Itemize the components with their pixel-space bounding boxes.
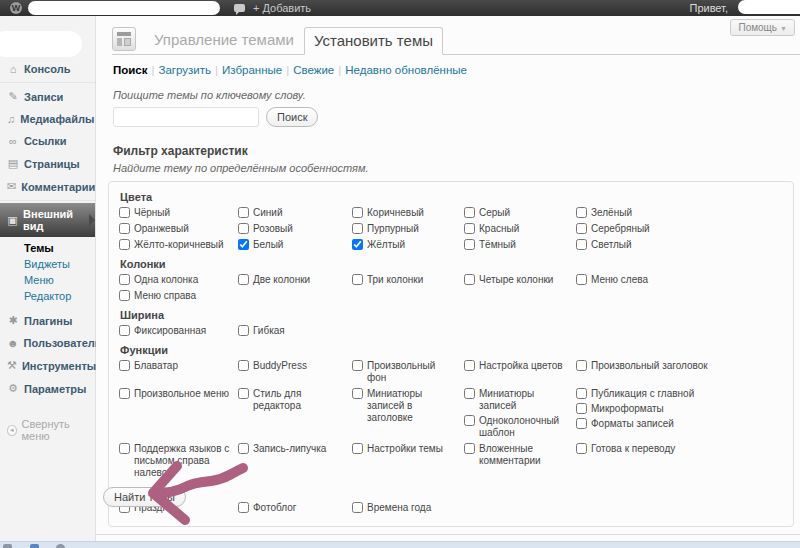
filter-option[interactable]: Зелёный xyxy=(576,207,781,219)
filter-option[interactable]: Две колонки xyxy=(238,274,344,286)
sidebar-item-dashboard[interactable]: ⌂Консоль xyxy=(0,58,95,80)
subnav-link-4[interactable]: Свежие xyxy=(293,64,334,76)
filter-checkbox[interactable] xyxy=(119,274,130,285)
filter-checkbox[interactable] xyxy=(576,360,587,371)
filter-option[interactable]: Серебряный xyxy=(576,223,781,235)
filter-checkbox[interactable] xyxy=(352,443,363,454)
filter-checkbox[interactable] xyxy=(352,502,363,513)
filter-checkbox[interactable] xyxy=(576,239,587,250)
submenu-item-редактор[interactable]: Редактор xyxy=(0,288,95,304)
filter-checkbox[interactable] xyxy=(238,239,249,250)
filter-checkbox[interactable] xyxy=(576,207,587,218)
filter-option[interactable]: Вложенные комментарии xyxy=(464,443,568,467)
filter-checkbox[interactable] xyxy=(352,360,363,371)
search-button[interactable]: Поиск xyxy=(266,107,318,127)
tab-manage-themes[interactable]: Управление темами xyxy=(144,26,304,54)
theme-search-input[interactable] xyxy=(113,107,259,127)
filter-checkbox[interactable] xyxy=(238,388,249,399)
filter-checkbox[interactable] xyxy=(238,443,249,454)
filter-checkbox[interactable] xyxy=(464,207,475,218)
filter-checkbox[interactable] xyxy=(119,290,130,301)
filter-checkbox[interactable] xyxy=(119,223,130,234)
filter-option[interactable]: Фотоблог xyxy=(238,502,344,514)
filter-checkbox[interactable] xyxy=(464,223,475,234)
filter-option[interactable]: Времена года xyxy=(352,502,456,514)
filter-option[interactable]: Фиксированная xyxy=(119,325,230,337)
filter-checkbox[interactable] xyxy=(238,502,249,513)
filter-option[interactable]: Блаватар xyxy=(119,360,230,372)
filter-option[interactable]: Поддержка языков с письмом справа налево xyxy=(119,443,230,479)
subnav-link-3[interactable]: Избранные xyxy=(222,64,282,76)
subnav-link-5[interactable]: Недавно обновлённые xyxy=(345,64,467,76)
subnav-link-2[interactable]: Загрузить xyxy=(159,64,212,76)
filter-checkbox[interactable] xyxy=(576,403,587,414)
sidebar-item-tools[interactable]: ⚒Инструменты xyxy=(0,354,95,377)
add-new-menu[interactable]: + Добавить xyxy=(253,2,311,14)
submenu-item-виджеты[interactable]: Виджеты xyxy=(0,256,95,272)
filter-option[interactable]: Пурпурный xyxy=(352,223,456,235)
filter-checkbox[interactable] xyxy=(238,360,249,371)
filter-option[interactable]: Меню справа xyxy=(119,290,230,302)
wordpress-logo-icon[interactable]: W xyxy=(10,2,22,14)
filter-checkbox[interactable] xyxy=(238,325,249,336)
submenu-item-темы[interactable]: Темы xyxy=(0,240,95,256)
filter-option[interactable]: Оранжевый xyxy=(119,223,230,235)
filter-checkbox[interactable] xyxy=(238,274,249,285)
filter-checkbox[interactable] xyxy=(352,207,363,218)
filter-option[interactable]: Четыре колонки xyxy=(464,274,568,286)
filter-checkbox[interactable] xyxy=(576,223,587,234)
sidebar-item-users[interactable]: ☻Пользователи xyxy=(0,332,95,354)
filter-option[interactable]: Стиль для редактора xyxy=(238,388,344,412)
filter-option[interactable]: Коричневый xyxy=(352,207,456,219)
filter-checkbox[interactable] xyxy=(464,443,475,454)
filter-checkbox[interactable] xyxy=(119,443,130,454)
filter-checkbox[interactable] xyxy=(464,274,475,285)
filter-option[interactable]: Тёмный xyxy=(464,239,568,251)
filter-checkbox[interactable] xyxy=(119,360,130,371)
filter-checkbox[interactable] xyxy=(576,388,587,399)
filter-checkbox[interactable] xyxy=(576,443,587,454)
filter-option[interactable]: Одноколоночный шаблон xyxy=(464,415,568,439)
help-button[interactable]: Помощь▼ xyxy=(730,19,795,36)
filter-option[interactable]: Чёрный xyxy=(119,207,230,219)
filter-option[interactable]: Жёлто-коричневый xyxy=(119,239,230,251)
sidebar-item-pages[interactable]: ▤Страницы xyxy=(0,152,95,175)
sidebar-item-posts[interactable]: ✎Записи xyxy=(0,85,95,108)
filter-option[interactable]: Синий xyxy=(238,207,344,219)
subnav-link-1[interactable]: Поиск xyxy=(113,64,148,76)
tab-install-themes[interactable]: Установить темы xyxy=(304,27,443,55)
filter-checkbox[interactable] xyxy=(119,239,130,250)
filter-checkbox[interactable] xyxy=(464,360,475,371)
filter-option[interactable]: Три колонки xyxy=(352,274,456,286)
submenu-item-меню[interactable]: Меню xyxy=(0,272,95,288)
filter-option[interactable]: Одна колонка xyxy=(119,274,230,286)
filter-checkbox[interactable] xyxy=(464,415,475,426)
filter-option[interactable]: Миниатюры записей xyxy=(464,388,568,412)
comments-bubble-icon[interactable] xyxy=(234,4,245,12)
filter-checkbox[interactable] xyxy=(576,418,587,429)
filter-option[interactable]: Микроформаты xyxy=(576,403,781,415)
filter-option[interactable]: Форматы записей xyxy=(576,418,781,430)
filter-option[interactable]: Произвольное меню xyxy=(119,388,230,400)
filter-checkbox[interactable] xyxy=(119,325,130,336)
filter-option[interactable]: Розовый xyxy=(238,223,344,235)
filter-option[interactable]: Белый xyxy=(238,239,344,251)
filter-option[interactable]: Произвольный заголовок xyxy=(576,360,781,372)
filter-checkbox[interactable] xyxy=(576,274,587,285)
filter-option[interactable]: Публикация с главной xyxy=(576,388,781,400)
filter-option[interactable]: Красный xyxy=(464,223,568,235)
filter-checkbox[interactable] xyxy=(352,223,363,234)
sidebar-item-links[interactable]: ∞Ссылки xyxy=(0,130,95,152)
filter-option[interactable]: Готова к переводу xyxy=(576,443,781,455)
filter-option[interactable]: Светлый xyxy=(576,239,781,251)
collapse-menu-button[interactable]: ◂ Свернуть меню xyxy=(0,414,95,446)
filter-checkbox[interactable] xyxy=(352,274,363,285)
filter-checkbox[interactable] xyxy=(119,207,130,218)
sidebar-item-comments[interactable]: ✉Комментарии xyxy=(0,175,95,198)
filter-checkbox[interactable] xyxy=(238,207,249,218)
filter-option[interactable]: Произвольный фон xyxy=(352,360,456,384)
sidebar-item-appearance[interactable]: ▣Внешний вид xyxy=(0,203,95,237)
filter-checkbox[interactable] xyxy=(119,388,130,399)
sidebar-item-plugins[interactable]: ✱Плагины xyxy=(0,309,95,332)
filter-option[interactable]: Гибкая xyxy=(238,325,344,337)
